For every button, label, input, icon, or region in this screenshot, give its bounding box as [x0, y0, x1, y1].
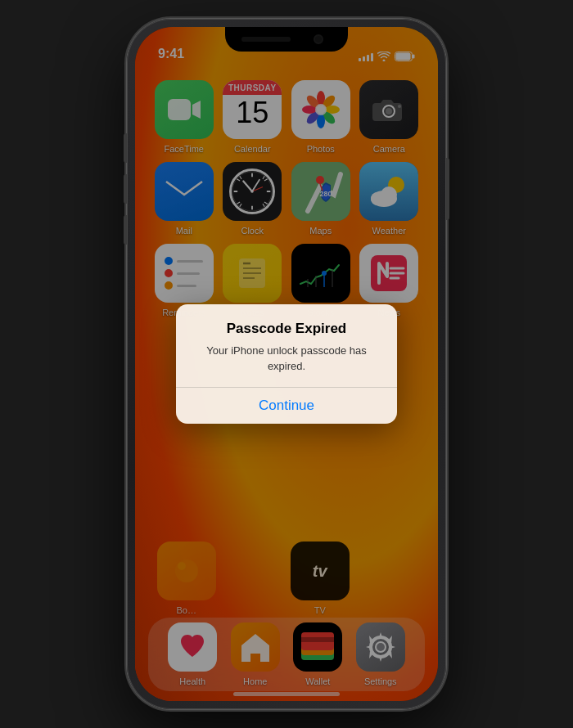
phone-screen: 9:41	[135, 27, 438, 701]
alert-message: Your iPhone unlock passcode has expired.	[191, 344, 382, 373]
alert-box: Passcode Expired Your iPhone unlock pass…	[176, 304, 397, 423]
alert-content: Passcode Expired Your iPhone unlock pass…	[176, 304, 397, 386]
alert-overlay: Passcode Expired Your iPhone unlock pass…	[135, 27, 438, 701]
alert-title: Passcode Expired	[191, 321, 382, 337]
alert-continue-button[interactable]: Continue	[176, 388, 397, 424]
phone-outer: 9:41	[127, 19, 446, 709]
